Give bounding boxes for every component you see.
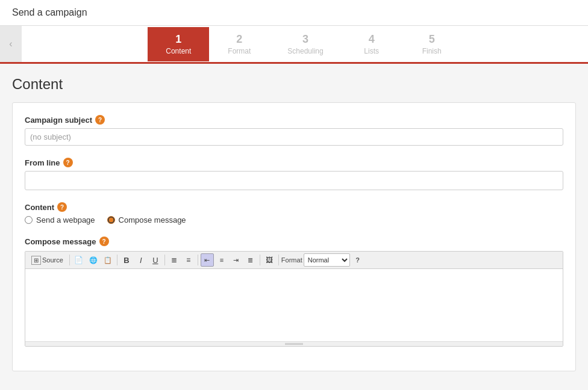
from-line-group: From line ? — [25, 158, 563, 190]
align-center-icon: ≡ — [220, 256, 224, 264]
editor-help-button[interactable]: ? — [351, 253, 364, 267]
compose-help-icon[interactable]: ? — [99, 237, 109, 246]
from-line-label: From line ? — [25, 158, 563, 167]
wizard-step-5[interactable]: 5 Finish — [402, 27, 462, 61]
wizard-step-4[interactable]: 4 Lists — [342, 27, 402, 61]
align-justify-icon: ≣ — [248, 256, 253, 264]
templates-icon: 📄 — [74, 256, 83, 264]
campaign-subject-input[interactable] — [25, 128, 563, 146]
separator-4 — [198, 255, 198, 265]
content-help-icon[interactable]: ? — [57, 202, 67, 212]
content-group: Content ? Send a webpage Compose message — [25, 202, 563, 224]
copy-icon: 🌐 — [89, 256, 98, 264]
wizard-steps: 1 Content 2 Format 3 Scheduling 4 Lists … — [22, 27, 588, 61]
align-justify-button[interactable]: ≣ — [244, 253, 257, 267]
italic-button[interactable]: I — [134, 253, 148, 267]
step-5-number: 5 — [429, 33, 435, 46]
campaign-subject-group: Campaign subject ? — [25, 115, 563, 146]
bold-icon: B — [124, 256, 129, 265]
format-label: Format — [281, 256, 302, 264]
unordered-list-icon: ≡ — [186, 256, 190, 264]
send-webpage-radio[interactable] — [25, 216, 33, 224]
wizard-step-3[interactable]: 3 Scheduling — [269, 27, 341, 61]
content-radio-group: Send a webpage Compose message — [25, 215, 563, 224]
compose-message-group: Compose message ? ⊞ Source 📄 — [25, 237, 563, 347]
compose-message-option[interactable]: Compose message — [107, 215, 186, 224]
from-line-input[interactable] — [25, 171, 563, 190]
separator-1 — [69, 255, 70, 265]
separator-6 — [278, 255, 279, 265]
copy-button[interactable]: 🌐 — [87, 253, 100, 267]
align-left-button[interactable]: ⇤ — [201, 253, 214, 267]
paste-icon: 📋 — [104, 256, 112, 264]
editor-help-icon: ? — [355, 256, 360, 264]
align-right-button[interactable]: ⇥ — [230, 253, 243, 267]
italic-icon: I — [140, 256, 142, 265]
section-title: Content — [12, 76, 576, 93]
content-label: Content ? — [25, 202, 563, 212]
send-webpage-label: Send a webpage — [36, 215, 95, 224]
underline-icon: U — [152, 256, 158, 265]
editor-wrapper: ⊞ Source 📄 🌐 📋 — [25, 251, 563, 347]
ordered-list-button[interactable]: ≣ — [167, 253, 181, 267]
editor-toolbar: ⊞ Source 📄 🌐 📋 — [25, 252, 563, 269]
step-4-label: Lists — [364, 47, 379, 55]
align-center-button[interactable]: ≡ — [215, 253, 228, 267]
wizard-step-1[interactable]: 1 Content — [148, 27, 209, 61]
editor-resize-handle[interactable] — [25, 341, 563, 346]
editor-body[interactable] — [25, 269, 563, 341]
align-left-icon: ⇤ — [204, 256, 210, 264]
paste-button[interactable]: 📋 — [101, 253, 114, 267]
compose-message-label: Compose message — [119, 215, 186, 224]
step-1-number: 1 — [175, 33, 181, 46]
compose-message-radio[interactable] — [107, 216, 115, 224]
page-header: Send a campaign — [0, 0, 588, 26]
step-3-label: Scheduling — [287, 47, 323, 55]
separator-2 — [117, 255, 117, 265]
image-icon: 🖼 — [266, 256, 273, 264]
compose-message-label-row: Compose message ? — [25, 237, 563, 246]
align-right-icon: ⇥ — [233, 256, 239, 264]
image-button[interactable]: 🖼 — [263, 253, 276, 267]
templates-button[interactable]: 📄 — [72, 253, 86, 267]
back-icon: ‹ — [9, 39, 12, 49]
separator-5 — [260, 255, 260, 265]
bold-button[interactable]: B — [120, 253, 133, 267]
campaign-subject-label: Campaign subject ? — [25, 115, 563, 125]
send-webpage-option[interactable]: Send a webpage — [25, 215, 95, 224]
wizard-back-button[interactable]: ‹ — [0, 26, 22, 62]
main-content: Content Campaign subject ? From line ? C… — [0, 64, 588, 383]
step-3-number: 3 — [302, 33, 308, 46]
from-line-help-icon[interactable]: ? — [63, 158, 73, 167]
underline-button[interactable]: U — [149, 253, 162, 267]
step-1-label: Content — [166, 47, 191, 55]
form-card: Campaign subject ? From line ? Content ?… — [12, 102, 576, 371]
step-2-number: 2 — [236, 33, 242, 46]
wizard-bar: ‹ 1 Content 2 Format 3 Scheduling 4 List… — [0, 26, 588, 64]
step-5-label: Finish — [422, 47, 442, 55]
source-button[interactable]: ⊞ Source — [28, 253, 67, 267]
separator-3 — [164, 255, 165, 265]
campaign-subject-help-icon[interactable]: ? — [95, 115, 105, 125]
step-4-number: 4 — [369, 33, 375, 46]
ordered-list-icon: ≣ — [171, 256, 177, 264]
format-select[interactable]: Normal Heading 1 Heading 2 Heading 3 Hea… — [304, 253, 350, 267]
resize-icon — [285, 343, 303, 345]
step-2-label: Format — [228, 47, 251, 55]
unordered-list-button[interactable]: ≡ — [182, 253, 195, 267]
page-title: Send a campaign — [12, 7, 87, 17]
wizard-step-2[interactable]: 2 Format — [209, 27, 269, 61]
